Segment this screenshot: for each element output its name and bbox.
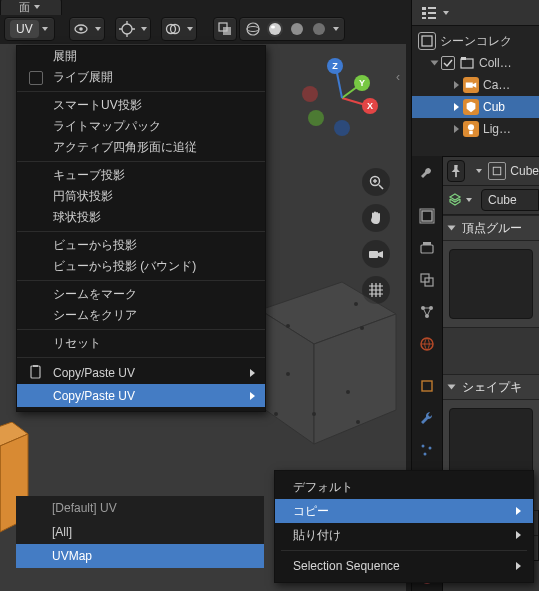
svg-rect-26: [422, 211, 432, 221]
mesh-icon: [463, 99, 479, 115]
menu-copypaste-1[interactable]: Copy/Paste UV: [17, 361, 265, 384]
collapse-arrow-icon[interactable]: ‹: [396, 70, 400, 84]
uv-menu: 展開 ライブ展開 スマートUV投影 ライトマップパック アクティブ四角形面に追従…: [16, 45, 266, 412]
viewlayer-tab[interactable]: [413, 266, 441, 294]
outliner-camera-row[interactable]: Ca…: [412, 74, 539, 96]
menu-smart-uv[interactable]: スマートUV投影: [17, 95, 265, 116]
checkbox-icon[interactable]: [441, 56, 455, 70]
outliner-collection-row[interactable]: Coll…: [412, 52, 539, 74]
axis-x[interactable]: X: [362, 98, 378, 114]
svg-point-61: [312, 412, 316, 416]
menu-clear-seam[interactable]: シームをクリア: [17, 305, 265, 326]
menu-view-proj-bound[interactable]: ビューから投影 (バウンド): [17, 256, 265, 277]
vertex-group-list[interactable]: [449, 249, 533, 319]
axis-neg-z[interactable]: [334, 120, 350, 136]
menu-copypaste-2[interactable]: Copy/Paste UV: [17, 384, 265, 407]
object-name-field[interactable]: Cube: [481, 189, 539, 211]
render-tab[interactable]: [413, 202, 441, 230]
solid-sphere-icon: [267, 21, 283, 37]
svg-rect-18: [428, 17, 436, 19]
world-tab[interactable]: [413, 330, 441, 358]
svg-rect-28: [421, 245, 433, 253]
svg-line-48: [379, 185, 383, 189]
menu-cyl-proj[interactable]: 円筒状投影: [17, 186, 265, 207]
outliner-editor-caret[interactable]: [443, 11, 449, 15]
menu-sphere-proj[interactable]: 球状投影: [17, 207, 265, 228]
outliner-cube-label: Cub: [483, 100, 505, 114]
zoom-button[interactable]: [362, 168, 390, 196]
svg-point-10: [271, 26, 275, 29]
snap-button[interactable]: [115, 17, 151, 41]
svg-rect-25: [494, 167, 502, 175]
camera-view-button[interactable]: [362, 240, 390, 268]
tool-tab[interactable]: [413, 160, 441, 188]
axis-z[interactable]: Z: [327, 58, 343, 74]
outliner-light-row[interactable]: Lig…: [412, 118, 539, 140]
magnify-icon: [368, 174, 384, 190]
svg-point-1: [79, 27, 83, 31]
object-tab[interactable]: [413, 372, 441, 400]
modifier-tab[interactable]: [413, 404, 441, 432]
chevron-right-icon: [516, 562, 521, 570]
shading-mode[interactable]: [239, 17, 345, 41]
overlay-button[interactable]: [161, 17, 197, 41]
chevron-right-icon: [250, 392, 255, 400]
uv-menu-below: [Default] UV [All] UVMap: [16, 496, 264, 568]
svg-point-59: [346, 390, 350, 394]
outliner-scene-row[interactable]: シーンコレク: [412, 30, 539, 52]
breadcrumb: Cube: [488, 162, 539, 180]
pin-caret[interactable]: [476, 169, 482, 173]
svg-point-60: [274, 412, 278, 416]
menu-live-expand[interactable]: ライブ展開: [17, 67, 265, 88]
menu-under-default-uv[interactable]: [Default] UV: [16, 496, 264, 520]
xray-button[interactable]: [213, 17, 237, 41]
menu-active-quad[interactable]: アクティブ四角形面に追従: [17, 137, 265, 158]
pan-button[interactable]: [362, 204, 390, 232]
output-tab[interactable]: [413, 234, 441, 262]
pin-button[interactable]: [447, 160, 465, 182]
svg-point-7: [247, 23, 259, 35]
svg-point-2: [122, 24, 132, 34]
triangle-icon: [448, 226, 456, 231]
outliner-editor-icon[interactable]: [421, 5, 437, 21]
axis-gizmo[interactable]: Z Y X: [302, 58, 382, 138]
particles-tab[interactable]: [413, 436, 441, 464]
triangle-icon: [448, 385, 456, 390]
shapekey-header[interactable]: シェイプキ: [441, 374, 539, 400]
submenu-copy[interactable]: コピー: [275, 499, 533, 523]
mesh-tab-label: 面: [19, 0, 30, 15]
svg-rect-14: [422, 12, 426, 15]
outliner-cube-row[interactable]: Cub: [412, 96, 539, 118]
mesh-tab[interactable]: 面: [0, 0, 62, 15]
menu-expand[interactable]: 展開: [17, 46, 265, 67]
submenu-default[interactable]: デフォルト: [275, 475, 533, 499]
menu-mark-seam[interactable]: シームをマーク: [17, 284, 265, 305]
visibility-button[interactable]: [69, 17, 105, 41]
submenu-selection-seq[interactable]: Selection Sequence: [275, 554, 533, 578]
meshdata-caret[interactable]: [466, 198, 472, 202]
menu-under-all[interactable]: [All]: [16, 520, 264, 544]
uv-dropdown[interactable]: UV: [4, 17, 55, 41]
axis-neg-x[interactable]: [302, 86, 318, 102]
matprev-sphere-icon: [289, 21, 305, 37]
submenu-paste[interactable]: 貼り付け: [275, 523, 533, 547]
eye-icon: [73, 21, 89, 37]
menu-reset[interactable]: リセット: [17, 333, 265, 354]
menu-cube-proj[interactable]: キューブ投影: [17, 165, 265, 186]
menu-under-uvmap[interactable]: UVMap: [16, 544, 264, 568]
axis-y[interactable]: Y: [354, 75, 370, 91]
svg-rect-13: [422, 7, 426, 10]
camera-icon: [463, 77, 479, 93]
svg-rect-21: [461, 57, 466, 60]
outliner-header: [412, 0, 539, 26]
menu-view-proj[interactable]: ビューから投影: [17, 235, 265, 256]
chevron-right-icon: [516, 507, 521, 515]
svg-point-39: [424, 453, 427, 456]
triangle-icon: [454, 125, 459, 133]
shapekey-label: シェイプキ: [462, 379, 522, 396]
menu-lightmap[interactable]: ライトマップパック: [17, 116, 265, 137]
vertex-group-header[interactable]: 頂点グルー: [441, 215, 539, 241]
axis-neg-y[interactable]: [308, 110, 324, 126]
scene-tab[interactable]: [413, 298, 441, 326]
svg-rect-15: [422, 17, 426, 19]
